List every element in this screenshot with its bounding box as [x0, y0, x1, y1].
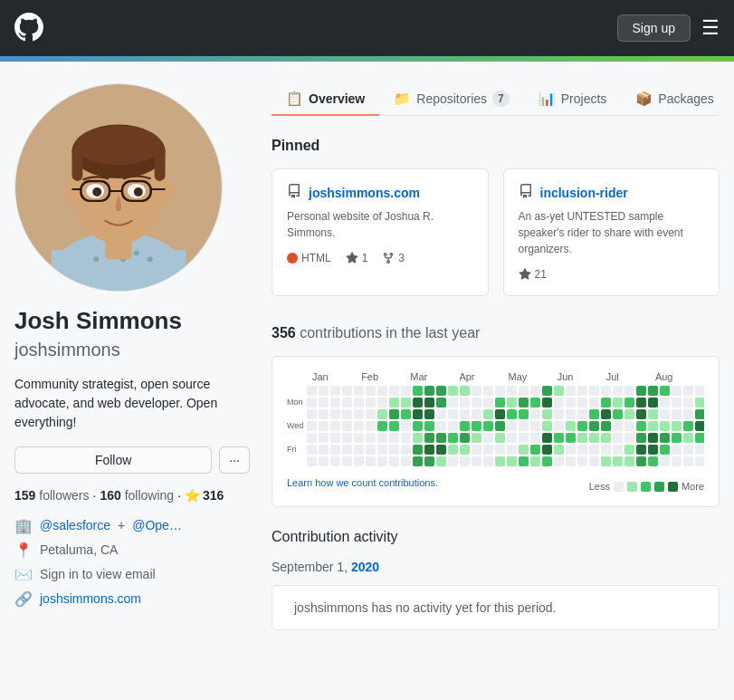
legend-c4	[668, 482, 678, 492]
pinned-card-1-link[interactable]: joshsimmons.com	[309, 186, 420, 200]
tab-overview-label: Overview	[309, 91, 365, 106]
activity-year-link[interactable]: 2020	[351, 560, 379, 574]
contrib-day	[460, 456, 470, 466]
header-actions: Sign up ☰	[617, 14, 720, 42]
contrib-day	[366, 433, 376, 443]
contrib-day	[389, 386, 399, 396]
contrib-day	[366, 398, 376, 408]
contrib-day	[577, 456, 587, 466]
contrib-day	[542, 386, 552, 396]
contrib-day	[472, 386, 481, 396]
contrib-day	[554, 386, 564, 396]
contrib-day	[448, 421, 458, 431]
signup-button[interactable]: Sign up	[617, 14, 691, 42]
legend-c1	[627, 482, 637, 492]
website-link[interactable]: joshsimmons.com	[40, 591, 141, 606]
contrib-day	[472, 398, 481, 408]
contrib-day	[683, 456, 693, 466]
contrib-day	[319, 386, 329, 396]
org1-link[interactable]: @salesforce	[40, 518, 110, 532]
star-icon: ⭐	[185, 488, 200, 503]
card-2-star-count: 21	[535, 268, 547, 281]
month-label-mar: Mar	[410, 371, 459, 382]
github-logo[interactable]	[14, 13, 43, 44]
contrib-day	[354, 421, 364, 431]
contrib-day	[672, 445, 682, 455]
contrib-day	[389, 409, 399, 419]
contrib-week	[436, 386, 446, 466]
contrib-day	[354, 456, 364, 466]
tab-packages[interactable]: 📦 Packages	[621, 83, 728, 116]
svg-point-7	[148, 256, 153, 262]
contrib-day	[319, 421, 329, 431]
pinned-card-1-forks: 3	[382, 252, 405, 264]
day-label	[287, 456, 303, 466]
contrib-week	[366, 386, 376, 466]
contrib-day	[401, 409, 411, 419]
day-labels: MonWedFri	[287, 386, 303, 466]
contrib-day	[519, 386, 529, 396]
contrib-week	[660, 386, 670, 466]
following-label: following	[125, 488, 174, 503]
location-icon: 📍	[14, 542, 33, 559]
contrib-day	[319, 409, 329, 419]
svg-rect-12	[71, 145, 82, 181]
html-lang-dot	[287, 253, 298, 264]
pinned-card-1-desc: Personal website of Joshua R. Simmons.	[287, 208, 473, 241]
contrib-day	[507, 433, 517, 443]
contrib-day	[660, 433, 670, 443]
contrib-day	[554, 421, 564, 431]
card-1-fork-count: 3	[398, 252, 405, 264]
contrib-day	[636, 456, 646, 466]
contrib-week	[389, 386, 399, 466]
contrib-day	[413, 398, 423, 408]
follow-button[interactable]: Follow	[14, 446, 212, 474]
card-1-star-count: 1	[362, 252, 368, 264]
tab-projects[interactable]: 📊 Projects	[524, 83, 622, 116]
contrib-week	[507, 386, 517, 466]
pinned-card-2: inclusion-rider An as-yet UNTESTED sampl…	[503, 168, 720, 296]
contrib-day	[507, 409, 517, 419]
contrib-week	[377, 386, 387, 466]
contrib-day	[695, 409, 704, 419]
stats-row: 159 followers · 160 following · ⭐ 316	[14, 488, 250, 503]
contrib-day	[424, 456, 434, 466]
contrib-day	[424, 421, 434, 431]
day-label	[287, 409, 303, 419]
contrib-day	[436, 398, 446, 408]
contrib-day	[495, 445, 505, 455]
month-label-may: May	[509, 371, 558, 382]
contrib-day	[436, 421, 446, 431]
meta-website: 🔗 joshsimmons.com	[14, 590, 250, 608]
pinned-card-1-meta: HTML 1 3	[287, 252, 473, 264]
link-icon: 🔗	[14, 590, 33, 608]
meta-location: 📍 Petaluma, CA	[14, 542, 250, 559]
contrib-week	[413, 386, 423, 466]
followers-count: 159	[14, 488, 35, 503]
month-label-aug: Aug	[655, 371, 704, 382]
tab-overview[interactable]: 📋 Overview	[272, 83, 379, 116]
contrib-day	[483, 456, 493, 466]
tab-repositories[interactable]: 📁 Repositories 7	[379, 83, 524, 116]
contrib-day	[472, 421, 481, 431]
contrib-day	[519, 445, 529, 455]
org2-link[interactable]: @Ope…	[132, 518, 182, 532]
pinned-card-1-stars: 1	[346, 252, 368, 264]
contrib-day	[342, 421, 352, 431]
followers-link[interactable]: 159 followers	[14, 488, 90, 503]
contrib-day	[366, 421, 376, 431]
meta-email[interactable]: ✉️ Sign in to view email	[14, 566, 250, 583]
more-button[interactable]: ···	[219, 446, 250, 474]
pinned-card-2-link[interactable]: inclusion-rider	[540, 186, 628, 200]
contrib-day	[683, 421, 693, 431]
following-link[interactable]: 160 following	[100, 488, 174, 503]
learn-contributions-link[interactable]: Learn how we count contributions.	[287, 477, 438, 488]
stars-link[interactable]: ⭐ 316	[185, 488, 224, 503]
contrib-day	[613, 409, 623, 419]
menu-button[interactable]: ☰	[701, 16, 720, 40]
contrib-day	[389, 456, 399, 466]
overview-book-icon: 📋	[286, 91, 303, 107]
contrib-day	[566, 456, 576, 466]
contrib-day	[566, 433, 576, 443]
tab-projects-label: Projects	[561, 91, 607, 106]
